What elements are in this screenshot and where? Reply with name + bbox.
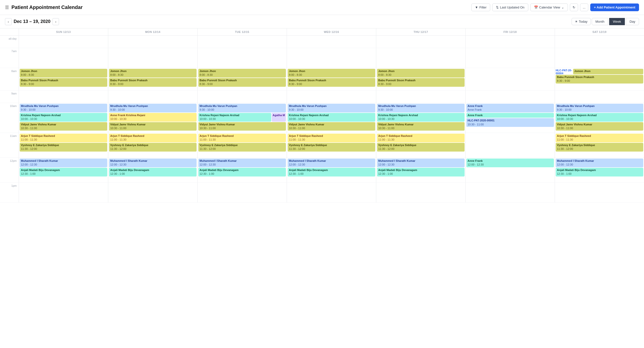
event-vidyut-thu-10[interactable]: Vidyut Jamv Vishnu Kumar 10:30 - 11:00 xyxy=(377,122,464,131)
cell-9am-thu[interactable] xyxy=(376,90,465,103)
cell-8am-wed[interactable]: Jomon Jhon 8:00 - 8:30 Babu Punnoli Siso… xyxy=(287,68,376,90)
event-jomon-mon-8[interactable]: Jomon Jhon 8:00 - 8:30 xyxy=(109,69,196,78)
cell-8am-sat[interactable]: HLC-PAT-20-00004 Jomon Jhon Babu Punnoli… xyxy=(555,68,644,90)
event-jomon-wed-8[interactable]: Jomon Jhon 8:00 - 8:30 xyxy=(288,69,375,78)
cell-1pm-tue[interactable] xyxy=(197,183,287,203)
event-jomon-thu-8[interactable]: Jomon Jhon 8:00 - 8:30 xyxy=(377,69,464,78)
allday-tue[interactable] xyxy=(197,36,287,48)
allday-sat[interactable] xyxy=(555,36,644,48)
event-mrudhula-mon-10[interactable]: Mrudhula Mu Varun Pushpan 9:30 - 10:00 xyxy=(109,104,196,112)
event-annefrank-fri-9[interactable]: Anne Frank Anne Frank xyxy=(466,104,554,112)
cell-11am-wed[interactable]: Arjun T Siddique Rasheed 11:00 - 11:30 V… xyxy=(287,133,376,157)
cell-11am-sat[interactable]: Arjun T Siddique Rasheed 11:00 - 11:30 V… xyxy=(555,133,644,157)
event-mrudhula-sun-10[interactable]: Mrudhula Mu Varun Pushpan 9:30 - 10:00 xyxy=(20,104,107,112)
cell-8am-tue[interactable]: Jomon Jhon 8:00 - 8:30 Babu Punnoli Siso… xyxy=(197,68,287,90)
event-anjali-mon-12[interactable]: Anjali Madati Biju Devanagam 12:30 - 1:0… xyxy=(109,168,196,177)
event-vidyut-sun-10[interactable]: Vidyut Jamv Vishnu Kumar 10:30 - 11:00 xyxy=(20,122,107,131)
cell-9am-sun[interactable] xyxy=(19,90,108,103)
event-vyshnoy-wed-11[interactable]: Vyshnoy E Zakariya Siddique 11:30 - 12:0… xyxy=(288,143,375,151)
cell-10am-tue[interactable]: Mrudhula Mu Varun Pushpan 9:30 - 10:00 K… xyxy=(197,103,287,133)
event-anjali-wed-12[interactable]: Anjali Madati Biju Devanagam 12:30 - 1:0… xyxy=(288,168,375,177)
cell-11am-sun[interactable]: Arjun T Siddique Rasheed 11:00 - 11:30 V… xyxy=(19,133,108,157)
event-muhammed-thu-12[interactable]: Muhammed I Sharath Kumar 12:00 - 12:30 xyxy=(377,158,464,167)
event-vidyut-wed-10[interactable]: Vidyut Jamv Vishnu Kumar 10:30 - 11:00 xyxy=(288,122,375,131)
event-krishna-wed-10[interactable]: Krishna Rejani Najeem Arshad 10:00 - 10:… xyxy=(288,113,375,122)
cell-11am-thu[interactable]: Arjun T Siddique Rasheed 11:00 - 11:30 V… xyxy=(376,133,465,157)
event-jomon-sun-8[interactable]: Jomon Jhon 8:00 - 8:30 xyxy=(20,69,107,78)
event-muhammed-sat-12[interactable]: Muhammed I Sharath Kumar 12:00 - 12:30 xyxy=(556,158,643,167)
month-view-button[interactable]: Month xyxy=(592,18,608,25)
refresh-button[interactable]: ↻ xyxy=(570,4,578,11)
event-muhammed-sun-12[interactable]: Muhammed I Sharath Kumar 12:00 - 12:30 xyxy=(20,158,107,167)
cell-12pm-sat[interactable]: Muhammed I Sharath Kumar 12:00 - 12:30 A… xyxy=(555,158,644,183)
event-annefrank-fri-10a[interactable]: Anne Frank xyxy=(466,113,554,118)
cell-7am-fri[interactable] xyxy=(465,48,555,68)
cell-10am-mon[interactable]: Mrudhula Mu Varun Pushpan 9:30 - 10:00 A… xyxy=(108,103,197,133)
next-button[interactable]: › xyxy=(52,18,59,25)
event-jomon-tue-8[interactable]: Jomon Jhon 8:00 - 8:30 xyxy=(198,69,286,78)
cell-8am-sun[interactable]: Jomon Jhon 8:00 - 8:30 Babu Punnoli Siso… xyxy=(19,68,108,90)
event-mrudhula-sat-10[interactable]: Mrudhula Mu Varun Pushpan 9:30 - 10:00 xyxy=(556,104,643,112)
event-muhammed-wed-12[interactable]: Muhammed I Sharath Kumar 12:00 - 12:30 xyxy=(288,158,375,167)
event-vyshnoy-mon-11[interactable]: Vyshnoy E Zakariya Siddique 11:30 - 12:0… xyxy=(109,143,196,151)
event-anjali-sun-12[interactable]: Anjali Madati Biju Devanagam 12:30 - 1:0… xyxy=(20,168,107,177)
event-annefrank-mon-10[interactable]: Anne Frank Krishna Rejani 10:00 - 10:30 xyxy=(109,113,196,122)
cell-8am-mon[interactable]: Jomon Jhon 8:00 - 8:30 Babu Punnoli Siso… xyxy=(108,68,197,90)
cell-11am-tue[interactable]: Arjun T Siddique Rasheed 11:00 - 11:30 V… xyxy=(197,133,287,157)
cell-7am-thu[interactable] xyxy=(376,48,465,68)
event-mrudhula-thu-10[interactable]: Mrudhula Mu Varun Pushpan 9:30 - 10:00 xyxy=(377,104,464,112)
week-view-button[interactable]: Week xyxy=(609,18,625,25)
event-hlc-fri-10[interactable]: HLC-PAT-2020-00001 10:30 - 11:00 xyxy=(466,118,554,127)
event-arjun-sat-11[interactable]: Arjun T Siddique Rasheed 11:00 - 11:30 xyxy=(556,134,643,142)
event-arjun-wed-11[interactable]: Arjun T Siddique Rasheed 11:00 - 11:30 xyxy=(288,134,375,142)
event-annefrank-fri-12[interactable]: Anne Frank 12:00 - 12:30 xyxy=(466,158,554,167)
cell-7am-sun[interactable] xyxy=(19,48,108,68)
event-vidyut-tue-10[interactable]: Vidyut Jamv Vishnu Kumar 10:30 - 11:00 xyxy=(198,122,286,131)
event-agatha-tue-10[interactable]: Agatha M xyxy=(272,113,286,122)
today-button[interactable]: ☀ Today xyxy=(572,18,591,25)
event-babu-sat-8[interactable]: Babu Punnoli Sison Prakash 8:30 - 9:00 xyxy=(556,75,643,84)
event-vyshnoy-sat-11[interactable]: Vyshnoy E Zakariya Siddique 11:30 - 12:0… xyxy=(556,143,643,151)
day-view-button[interactable]: Day xyxy=(626,18,639,25)
cell-10am-sat[interactable]: Mrudhula Mu Varun Pushpan 9:30 - 10:00 K… xyxy=(555,103,644,133)
allday-thu[interactable] xyxy=(376,36,465,48)
cell-1pm-fri[interactable] xyxy=(465,183,555,203)
cell-7am-tue[interactable] xyxy=(197,48,287,68)
cell-10am-wed[interactable]: Mrudhula Mu Varun Pushpan 9:30 - 10:00 K… xyxy=(287,103,376,133)
event-anjali-sat-12[interactable]: Anjali Madati Biju Devanagam 12:30 - 1:0… xyxy=(556,168,643,177)
event-muhammed-tue-12[interactable]: Muhammed I Sharath Kumar 12:00 - 12:30 xyxy=(198,158,286,167)
event-jomon-sat-8[interactable]: Jomon Jhon xyxy=(573,69,643,74)
event-vidyut-sat-10[interactable]: Vidyut Jamv Vishnu Kumar 10:30 - 11:00 xyxy=(556,122,643,131)
allday-mon[interactable] xyxy=(108,36,197,48)
event-babu-mon-8[interactable]: Babu Punnoli Sison Prakash 8:30 - 9:00 xyxy=(109,78,196,87)
cell-10am-fri[interactable]: Anne Frank Anne Frank Anne Frank HLC-PAT… xyxy=(465,103,555,133)
cell-7am-sat[interactable] xyxy=(555,48,644,68)
cell-1pm-mon[interactable] xyxy=(108,183,197,203)
cell-7am-mon[interactable] xyxy=(108,48,197,68)
cell-12pm-fri[interactable]: Anne Frank 12:00 - 12:30 xyxy=(465,158,555,183)
event-babu-thu-8[interactable]: Babu Punnoli Sison Prakash 8:30 - 9:00 xyxy=(377,78,464,87)
event-vidyut-mon-10[interactable]: Vidyut Jamv Vishnu Kumar 10:30 - 11:00 xyxy=(109,122,196,131)
calendar-view-button[interactable]: 📅 Calendar View ⌄ xyxy=(530,4,568,11)
cell-9am-tue[interactable] xyxy=(197,90,287,103)
cell-10am-sun[interactable]: Mrudhula Mu Varun Pushpan 9:30 - 10:00 K… xyxy=(19,103,108,133)
cell-9am-wed[interactable] xyxy=(287,90,376,103)
cell-12pm-mon[interactable]: Muhammed I Sharath Kumar 12:00 - 12:30 A… xyxy=(108,158,197,183)
filter-button[interactable]: ▼ Filter xyxy=(471,4,490,11)
event-hlc-sat-8[interactable]: HLC-PAT-20-00004 xyxy=(556,69,572,75)
cell-12pm-thu[interactable]: Muhammed I Sharath Kumar 12:00 - 12:30 A… xyxy=(376,158,465,183)
event-vyshnoy-tue-11[interactable]: Vyshnoy E Zakariya Siddique 11:30 - 12:0… xyxy=(198,143,286,151)
event-krishna-sat-10[interactable]: Krishna Rejani Najeem Arshad 10:00 - 10:… xyxy=(556,113,643,122)
cell-1pm-wed[interactable] xyxy=(287,183,376,203)
cell-1pm-sat[interactable] xyxy=(555,183,644,203)
event-arjun-thu-11[interactable]: Arjun T Siddique Rasheed 11:00 - 11:30 xyxy=(377,134,464,142)
event-krishna-thu-10[interactable]: Krishna Rejani Najeem Arshad 10:00 - 10:… xyxy=(377,113,464,122)
cell-7am-wed[interactable] xyxy=(287,48,376,68)
event-vyshnoy-thu-11[interactable]: Vyshnoy E Zakariya Siddique 11:30 - 12:0… xyxy=(377,143,464,151)
allday-sun[interactable] xyxy=(19,36,108,48)
cell-9am-sat[interactable] xyxy=(555,90,644,103)
prev-button[interactable]: ‹ xyxy=(5,18,12,25)
event-anjali-tue-12[interactable]: Anjali Madati Biju Devanagam 12:30 - 1:0… xyxy=(198,168,286,177)
cell-1pm-thu[interactable] xyxy=(376,183,465,203)
event-arjun-tue-11[interactable]: Arjun T Siddique Rasheed 11:00 - 11:30 xyxy=(198,134,286,142)
